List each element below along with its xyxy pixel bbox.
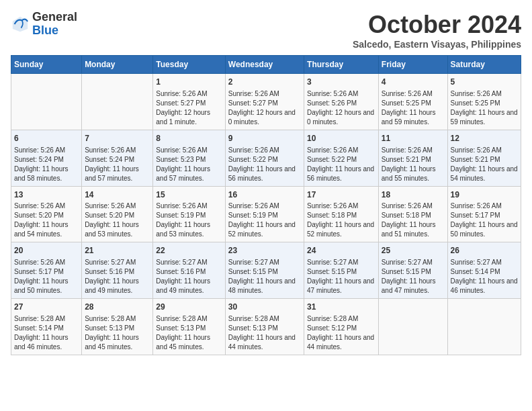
- calendar-header-row: SundayMondayTuesdayWednesdayThursdayFrid…: [11, 56, 521, 74]
- calendar-day-cell: 11Sunrise: 5:26 AM Sunset: 5:21 PM Dayli…: [378, 130, 447, 186]
- calendar-day-cell: 31Sunrise: 5:28 AM Sunset: 5:12 PM Dayli…: [304, 299, 379, 355]
- day-number: 31: [307, 302, 375, 313]
- day-number: 21: [85, 245, 150, 257]
- calendar-day-cell: 1Sunrise: 5:26 AM Sunset: 5:27 PM Daylig…: [153, 74, 225, 130]
- logo: General Blue: [11, 11, 77, 38]
- calendar-day-cell: 25Sunrise: 5:27 AM Sunset: 5:15 PM Dayli…: [378, 242, 447, 299]
- day-number: 4: [382, 77, 445, 88]
- calendar-day-header: Thursday: [304, 56, 379, 74]
- calendar-day-cell: 8Sunrise: 5:26 AM Sunset: 5:23 PM Daylig…: [153, 130, 225, 186]
- day-info: Sunrise: 5:26 AM Sunset: 5:27 PM Dayligh…: [228, 89, 301, 127]
- day-number: 6: [14, 133, 79, 144]
- day-info: Sunrise: 5:27 AM Sunset: 5:16 PM Dayligh…: [85, 258, 150, 295]
- day-number: 7: [85, 133, 150, 144]
- day-info: Sunrise: 5:27 AM Sunset: 5:15 PM Dayligh…: [228, 258, 301, 295]
- day-info: Sunrise: 5:26 AM Sunset: 5:24 PM Dayligh…: [14, 146, 79, 183]
- calendar-day-cell: 17Sunrise: 5:26 AM Sunset: 5:18 PM Dayli…: [304, 186, 379, 242]
- day-info: Sunrise: 5:27 AM Sunset: 5:16 PM Dayligh…: [156, 258, 222, 295]
- page-header: General Blue October 2024 Salcedo, Easte…: [11, 11, 521, 50]
- day-info: Sunrise: 5:26 AM Sunset: 5:20 PM Dayligh…: [85, 201, 150, 239]
- day-info: Sunrise: 5:26 AM Sunset: 5:18 PM Dayligh…: [382, 201, 445, 239]
- day-info: Sunrise: 5:28 AM Sunset: 5:12 PM Dayligh…: [307, 314, 375, 352]
- calendar-day-cell: 15Sunrise: 5:26 AM Sunset: 5:19 PM Dayli…: [153, 186, 225, 242]
- day-number: 18: [382, 189, 445, 201]
- calendar-day-cell: 29Sunrise: 5:28 AM Sunset: 5:13 PM Dayli…: [153, 299, 225, 355]
- calendar-day-cell: 6Sunrise: 5:26 AM Sunset: 5:24 PM Daylig…: [11, 130, 82, 186]
- calendar-day-cell: 9Sunrise: 5:26 AM Sunset: 5:22 PM Daylig…: [225, 130, 304, 186]
- calendar-day-cell: [378, 299, 447, 355]
- calendar-day-cell: 21Sunrise: 5:27 AM Sunset: 5:16 PM Dayli…: [82, 242, 153, 299]
- day-number: 2: [228, 77, 301, 88]
- day-info: Sunrise: 5:26 AM Sunset: 5:19 PM Dayligh…: [156, 201, 222, 239]
- day-number: 17: [307, 189, 375, 201]
- day-number: 12: [451, 133, 518, 144]
- day-number: 16: [228, 189, 301, 201]
- calendar-day-header: Saturday: [447, 56, 521, 74]
- day-info: Sunrise: 5:28 AM Sunset: 5:14 PM Dayligh…: [14, 314, 79, 352]
- day-info: Sunrise: 5:26 AM Sunset: 5:27 PM Dayligh…: [156, 89, 222, 127]
- calendar-day-cell: 13Sunrise: 5:26 AM Sunset: 5:20 PM Dayli…: [11, 186, 82, 242]
- calendar-day-cell: 16Sunrise: 5:26 AM Sunset: 5:19 PM Dayli…: [225, 186, 304, 242]
- calendar-day-cell: 10Sunrise: 5:26 AM Sunset: 5:22 PM Dayli…: [304, 130, 379, 186]
- calendar-day-cell: 7Sunrise: 5:26 AM Sunset: 5:24 PM Daylig…: [82, 130, 153, 186]
- day-info: Sunrise: 5:26 AM Sunset: 5:21 PM Dayligh…: [382, 146, 445, 183]
- day-info: Sunrise: 5:26 AM Sunset: 5:25 PM Dayligh…: [451, 89, 518, 127]
- day-info: Sunrise: 5:26 AM Sunset: 5:17 PM Dayligh…: [14, 258, 79, 295]
- day-info: Sunrise: 5:28 AM Sunset: 5:13 PM Dayligh…: [85, 314, 150, 352]
- day-number: 10: [307, 133, 375, 144]
- calendar-day-header: Wednesday: [225, 56, 304, 74]
- day-info: Sunrise: 5:26 AM Sunset: 5:23 PM Dayligh…: [156, 146, 222, 183]
- calendar-day-cell: 26Sunrise: 5:27 AM Sunset: 5:14 PM Dayli…: [447, 242, 521, 299]
- day-info: Sunrise: 5:26 AM Sunset: 5:19 PM Dayligh…: [228, 201, 301, 239]
- day-number: 15: [156, 189, 222, 201]
- calendar-week-row: 20Sunrise: 5:26 AM Sunset: 5:17 PM Dayli…: [11, 242, 521, 299]
- calendar-week-row: 6Sunrise: 5:26 AM Sunset: 5:24 PM Daylig…: [11, 130, 521, 186]
- day-number: 30: [228, 302, 301, 313]
- calendar-day-cell: 3Sunrise: 5:26 AM Sunset: 5:26 PM Daylig…: [304, 74, 379, 130]
- day-number: 27: [14, 302, 79, 313]
- title-block: October 2024 Salcedo, Eastern Visayas, P…: [353, 11, 521, 50]
- day-number: 8: [156, 133, 222, 144]
- calendar-day-cell: 24Sunrise: 5:27 AM Sunset: 5:15 PM Dayli…: [304, 242, 379, 299]
- day-info: Sunrise: 5:26 AM Sunset: 5:24 PM Dayligh…: [85, 146, 150, 183]
- day-info: Sunrise: 5:26 AM Sunset: 5:25 PM Dayligh…: [382, 89, 445, 127]
- calendar-day-cell: 12Sunrise: 5:26 AM Sunset: 5:21 PM Dayli…: [447, 130, 521, 186]
- day-info: Sunrise: 5:28 AM Sunset: 5:13 PM Dayligh…: [228, 314, 301, 352]
- day-number: 24: [307, 245, 375, 257]
- calendar-day-cell: 23Sunrise: 5:27 AM Sunset: 5:15 PM Dayli…: [225, 242, 304, 299]
- logo-general: General: [32, 10, 77, 24]
- month-title: October 2024: [353, 11, 521, 39]
- calendar-week-row: 27Sunrise: 5:28 AM Sunset: 5:14 PM Dayli…: [11, 299, 521, 355]
- calendar-day-header: Tuesday: [153, 56, 225, 74]
- calendar-day-cell: [82, 74, 153, 130]
- day-info: Sunrise: 5:27 AM Sunset: 5:14 PM Dayligh…: [451, 258, 518, 295]
- day-number: 5: [451, 77, 518, 88]
- day-number: 3: [307, 77, 375, 88]
- day-number: 13: [14, 189, 79, 201]
- calendar-day-cell: [447, 299, 521, 355]
- day-info: Sunrise: 5:26 AM Sunset: 5:26 PM Dayligh…: [307, 89, 375, 127]
- day-info: Sunrise: 5:26 AM Sunset: 5:20 PM Dayligh…: [14, 201, 79, 239]
- day-info: Sunrise: 5:26 AM Sunset: 5:22 PM Dayligh…: [307, 146, 375, 183]
- day-info: Sunrise: 5:28 AM Sunset: 5:13 PM Dayligh…: [156, 314, 222, 352]
- calendar-week-row: 1Sunrise: 5:26 AM Sunset: 5:27 PM Daylig…: [11, 74, 521, 130]
- day-number: 28: [85, 302, 150, 313]
- calendar-day-cell: 28Sunrise: 5:28 AM Sunset: 5:13 PM Dayli…: [82, 299, 153, 355]
- day-number: 22: [156, 245, 222, 257]
- calendar-day-cell: 14Sunrise: 5:26 AM Sunset: 5:20 PM Dayli…: [82, 186, 153, 242]
- day-info: Sunrise: 5:26 AM Sunset: 5:22 PM Dayligh…: [228, 146, 301, 183]
- calendar-day-header: Monday: [82, 56, 153, 74]
- day-number: 9: [228, 133, 301, 144]
- day-number: 19: [451, 189, 518, 201]
- calendar-day-cell: 4Sunrise: 5:26 AM Sunset: 5:25 PM Daylig…: [378, 74, 447, 130]
- day-number: 14: [85, 189, 150, 201]
- day-number: 11: [382, 133, 445, 144]
- calendar-week-row: 13Sunrise: 5:26 AM Sunset: 5:20 PM Dayli…: [11, 186, 521, 242]
- day-number: 23: [228, 245, 301, 257]
- day-info: Sunrise: 5:26 AM Sunset: 5:18 PM Dayligh…: [307, 201, 375, 239]
- logo-icon: [11, 15, 30, 34]
- day-number: 26: [451, 245, 518, 257]
- calendar-day-cell: 2Sunrise: 5:26 AM Sunset: 5:27 PM Daylig…: [225, 74, 304, 130]
- calendar-day-cell: [11, 74, 82, 130]
- day-info: Sunrise: 5:26 AM Sunset: 5:21 PM Dayligh…: [451, 146, 518, 183]
